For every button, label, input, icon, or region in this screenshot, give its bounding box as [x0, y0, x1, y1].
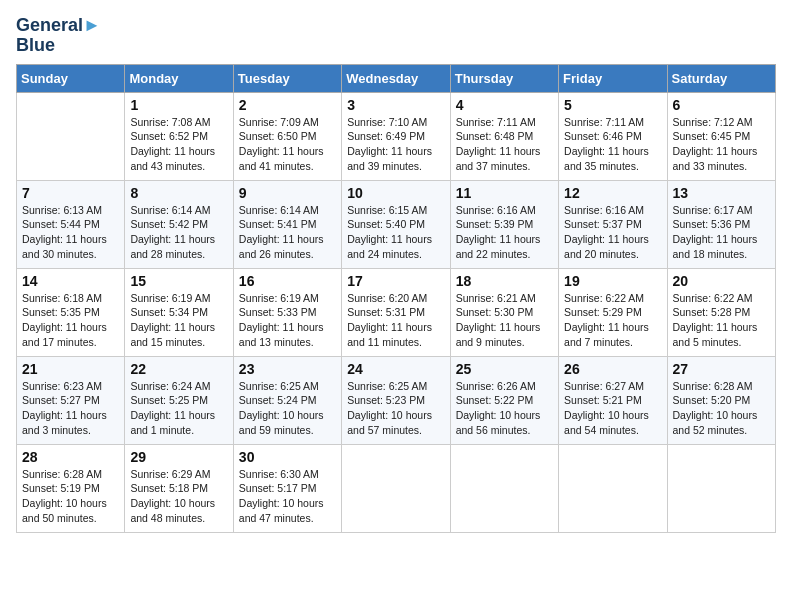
day-number: 3 — [347, 97, 444, 113]
day-number: 10 — [347, 185, 444, 201]
day-info: Sunrise: 6:13 AMSunset: 5:44 PMDaylight:… — [22, 203, 119, 262]
day-info: Sunrise: 6:28 AMSunset: 5:20 PMDaylight:… — [673, 379, 770, 438]
day-info: Sunrise: 6:19 AMSunset: 5:34 PMDaylight:… — [130, 291, 227, 350]
weekday-header-sunday: Sunday — [17, 64, 125, 92]
week-row-5: 28Sunrise: 6:28 AMSunset: 5:19 PMDayligh… — [17, 444, 776, 532]
calendar-cell: 13Sunrise: 6:17 AMSunset: 5:36 PMDayligh… — [667, 180, 775, 268]
calendar-cell: 14Sunrise: 6:18 AMSunset: 5:35 PMDayligh… — [17, 268, 125, 356]
calendar-cell: 30Sunrise: 6:30 AMSunset: 5:17 PMDayligh… — [233, 444, 341, 532]
day-number: 16 — [239, 273, 336, 289]
calendar-cell: 8Sunrise: 6:14 AMSunset: 5:42 PMDaylight… — [125, 180, 233, 268]
day-number: 13 — [673, 185, 770, 201]
calendar-cell: 7Sunrise: 6:13 AMSunset: 5:44 PMDaylight… — [17, 180, 125, 268]
calendar-cell: 9Sunrise: 6:14 AMSunset: 5:41 PMDaylight… — [233, 180, 341, 268]
day-info: Sunrise: 7:10 AMSunset: 6:49 PMDaylight:… — [347, 115, 444, 174]
calendar-cell — [17, 92, 125, 180]
day-number: 4 — [456, 97, 553, 113]
day-info: Sunrise: 6:27 AMSunset: 5:21 PMDaylight:… — [564, 379, 661, 438]
day-number: 22 — [130, 361, 227, 377]
week-row-1: 1Sunrise: 7:08 AMSunset: 6:52 PMDaylight… — [17, 92, 776, 180]
day-number: 5 — [564, 97, 661, 113]
day-info: Sunrise: 6:17 AMSunset: 5:36 PMDaylight:… — [673, 203, 770, 262]
day-number: 28 — [22, 449, 119, 465]
day-info: Sunrise: 6:22 AMSunset: 5:29 PMDaylight:… — [564, 291, 661, 350]
calendar-cell — [450, 444, 558, 532]
week-row-4: 21Sunrise: 6:23 AMSunset: 5:27 PMDayligh… — [17, 356, 776, 444]
calendar-cell: 18Sunrise: 6:21 AMSunset: 5:30 PMDayligh… — [450, 268, 558, 356]
day-number: 9 — [239, 185, 336, 201]
day-info: Sunrise: 7:12 AMSunset: 6:45 PMDaylight:… — [673, 115, 770, 174]
day-info: Sunrise: 6:22 AMSunset: 5:28 PMDaylight:… — [673, 291, 770, 350]
calendar-cell: 15Sunrise: 6:19 AMSunset: 5:34 PMDayligh… — [125, 268, 233, 356]
day-number: 2 — [239, 97, 336, 113]
calendar-cell: 3Sunrise: 7:10 AMSunset: 6:49 PMDaylight… — [342, 92, 450, 180]
day-number: 25 — [456, 361, 553, 377]
day-number: 29 — [130, 449, 227, 465]
day-info: Sunrise: 6:19 AMSunset: 5:33 PMDaylight:… — [239, 291, 336, 350]
weekday-header-monday: Monday — [125, 64, 233, 92]
calendar-cell: 5Sunrise: 7:11 AMSunset: 6:46 PMDaylight… — [559, 92, 667, 180]
calendar-cell: 6Sunrise: 7:12 AMSunset: 6:45 PMDaylight… — [667, 92, 775, 180]
day-number: 14 — [22, 273, 119, 289]
day-info: Sunrise: 6:29 AMSunset: 5:18 PMDaylight:… — [130, 467, 227, 526]
calendar-cell: 2Sunrise: 7:09 AMSunset: 6:50 PMDaylight… — [233, 92, 341, 180]
calendar-cell — [667, 444, 775, 532]
calendar-cell: 22Sunrise: 6:24 AMSunset: 5:25 PMDayligh… — [125, 356, 233, 444]
day-number: 12 — [564, 185, 661, 201]
day-number: 7 — [22, 185, 119, 201]
day-info: Sunrise: 7:11 AMSunset: 6:46 PMDaylight:… — [564, 115, 661, 174]
weekday-header-wednesday: Wednesday — [342, 64, 450, 92]
logo-text: General►Blue — [16, 16, 101, 56]
day-number: 20 — [673, 273, 770, 289]
calendar-cell: 1Sunrise: 7:08 AMSunset: 6:52 PMDaylight… — [125, 92, 233, 180]
day-info: Sunrise: 6:23 AMSunset: 5:27 PMDaylight:… — [22, 379, 119, 438]
day-info: Sunrise: 6:30 AMSunset: 5:17 PMDaylight:… — [239, 467, 336, 526]
day-info: Sunrise: 6:14 AMSunset: 5:42 PMDaylight:… — [130, 203, 227, 262]
week-row-2: 7Sunrise: 6:13 AMSunset: 5:44 PMDaylight… — [17, 180, 776, 268]
calendar-table: SundayMondayTuesdayWednesdayThursdayFrid… — [16, 64, 776, 533]
day-number: 27 — [673, 361, 770, 377]
calendar-cell: 12Sunrise: 6:16 AMSunset: 5:37 PMDayligh… — [559, 180, 667, 268]
day-info: Sunrise: 6:14 AMSunset: 5:41 PMDaylight:… — [239, 203, 336, 262]
weekday-header-tuesday: Tuesday — [233, 64, 341, 92]
day-number: 26 — [564, 361, 661, 377]
day-number: 11 — [456, 185, 553, 201]
day-info: Sunrise: 6:26 AMSunset: 5:22 PMDaylight:… — [456, 379, 553, 438]
weekday-header-row: SundayMondayTuesdayWednesdayThursdayFrid… — [17, 64, 776, 92]
calendar-cell: 16Sunrise: 6:19 AMSunset: 5:33 PMDayligh… — [233, 268, 341, 356]
day-number: 24 — [347, 361, 444, 377]
day-number: 18 — [456, 273, 553, 289]
calendar-cell: 19Sunrise: 6:22 AMSunset: 5:29 PMDayligh… — [559, 268, 667, 356]
day-number: 8 — [130, 185, 227, 201]
calendar-cell: 27Sunrise: 6:28 AMSunset: 5:20 PMDayligh… — [667, 356, 775, 444]
day-info: Sunrise: 6:16 AMSunset: 5:37 PMDaylight:… — [564, 203, 661, 262]
calendar-cell: 17Sunrise: 6:20 AMSunset: 5:31 PMDayligh… — [342, 268, 450, 356]
calendar-cell: 26Sunrise: 6:27 AMSunset: 5:21 PMDayligh… — [559, 356, 667, 444]
calendar-cell: 23Sunrise: 6:25 AMSunset: 5:24 PMDayligh… — [233, 356, 341, 444]
calendar-cell: 25Sunrise: 6:26 AMSunset: 5:22 PMDayligh… — [450, 356, 558, 444]
day-number: 23 — [239, 361, 336, 377]
calendar-cell: 4Sunrise: 7:11 AMSunset: 6:48 PMDaylight… — [450, 92, 558, 180]
day-info: Sunrise: 6:21 AMSunset: 5:30 PMDaylight:… — [456, 291, 553, 350]
day-info: Sunrise: 7:08 AMSunset: 6:52 PMDaylight:… — [130, 115, 227, 174]
day-info: Sunrise: 6:24 AMSunset: 5:25 PMDaylight:… — [130, 379, 227, 438]
week-row-3: 14Sunrise: 6:18 AMSunset: 5:35 PMDayligh… — [17, 268, 776, 356]
weekday-header-friday: Friday — [559, 64, 667, 92]
weekday-header-saturday: Saturday — [667, 64, 775, 92]
calendar-cell: 11Sunrise: 6:16 AMSunset: 5:39 PMDayligh… — [450, 180, 558, 268]
day-number: 21 — [22, 361, 119, 377]
calendar-cell: 20Sunrise: 6:22 AMSunset: 5:28 PMDayligh… — [667, 268, 775, 356]
day-number: 19 — [564, 273, 661, 289]
calendar-cell — [559, 444, 667, 532]
day-info: Sunrise: 6:20 AMSunset: 5:31 PMDaylight:… — [347, 291, 444, 350]
calendar-cell: 24Sunrise: 6:25 AMSunset: 5:23 PMDayligh… — [342, 356, 450, 444]
calendar-cell: 28Sunrise: 6:28 AMSunset: 5:19 PMDayligh… — [17, 444, 125, 532]
day-info: Sunrise: 6:15 AMSunset: 5:40 PMDaylight:… — [347, 203, 444, 262]
day-info: Sunrise: 6:25 AMSunset: 5:23 PMDaylight:… — [347, 379, 444, 438]
calendar-cell: 21Sunrise: 6:23 AMSunset: 5:27 PMDayligh… — [17, 356, 125, 444]
day-number: 6 — [673, 97, 770, 113]
weekday-header-thursday: Thursday — [450, 64, 558, 92]
day-number: 17 — [347, 273, 444, 289]
day-number: 15 — [130, 273, 227, 289]
logo: General►Blue — [16, 16, 101, 56]
